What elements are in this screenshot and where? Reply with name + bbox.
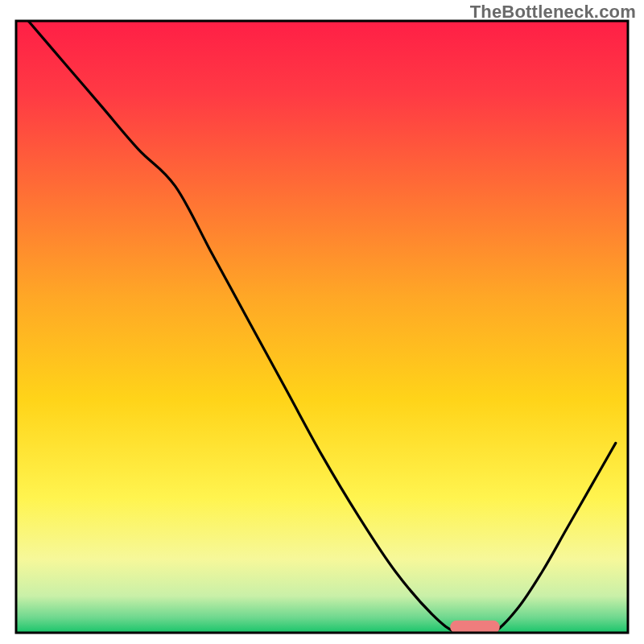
bottleneck-chart: TheBottleneck.com [0, 0, 644, 644]
watermark-label: TheBottleneck.com [470, 2, 636, 23]
chart-svg [0, 0, 644, 644]
